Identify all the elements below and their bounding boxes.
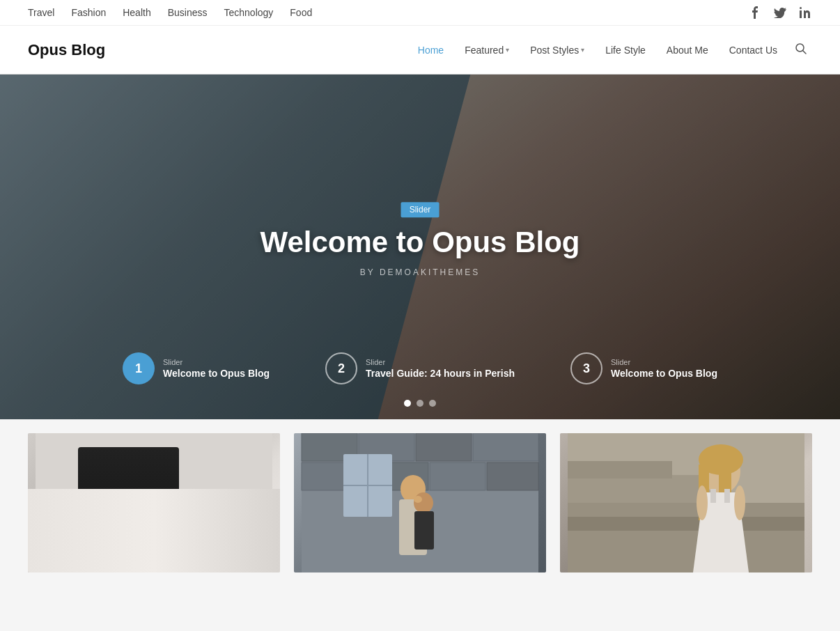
slide-thumb-2[interactable]: 2 Slider Travel Guide: 24 hours in Peris… [325, 352, 515, 384]
hero-title: Welcome to Opus Blog [260, 226, 580, 259]
card-1-image [28, 433, 280, 572]
post-styles-chevron: ▾ [581, 46, 584, 54]
slide-number-2: 2 [325, 352, 357, 384]
featured-chevron: ▾ [506, 46, 509, 54]
svg-rect-20 [416, 433, 472, 461]
dot-1[interactable] [404, 400, 411, 407]
cards-section [0, 419, 840, 572]
slide-text-3: Slider Welcome to Opus Blog [611, 358, 717, 379]
svg-point-8 [111, 451, 141, 485]
svg-point-31 [414, 492, 433, 513]
card-3[interactable] [560, 433, 812, 572]
svg-point-45 [697, 485, 708, 520]
main-nav: Opus Blog Home Featured ▾ Post Styles ▾ … [0, 26, 840, 75]
svg-point-1 [800, 7, 802, 9]
svg-point-13 [215, 503, 232, 524]
nav-home[interactable]: Home [410, 39, 452, 61]
slide-thumb-3[interactable]: 3 Slider Welcome to Opus Blog [570, 352, 717, 384]
card-1[interactable] [28, 433, 280, 572]
svg-rect-43 [710, 489, 716, 503]
svg-rect-36 [568, 517, 804, 531]
slide-number-3: 3 [570, 352, 602, 384]
svg-point-12 [221, 496, 246, 524]
svg-point-33 [414, 496, 422, 503]
hero-slider: Slider Welcome to Opus Blog BY DEMOAKITH… [0, 75, 840, 419]
svg-rect-0 [800, 10, 802, 18]
nav-about[interactable]: About Me [658, 39, 717, 61]
slide-number-1: 1 [123, 352, 155, 384]
svg-line-3 [803, 50, 807, 54]
search-icon[interactable] [790, 38, 812, 63]
card-2-image [294, 433, 546, 572]
hero-badge: Slider [401, 202, 440, 217]
svg-rect-5 [36, 531, 272, 572]
svg-rect-10 [81, 503, 157, 527]
svg-rect-38 [568, 461, 672, 478]
slide-title-3: Welcome to Opus Blog [611, 368, 717, 379]
linkedin-icon[interactable] [798, 6, 812, 20]
dot-3[interactable] [429, 400, 436, 407]
svg-rect-21 [473, 433, 538, 461]
svg-rect-9 [77, 524, 161, 531]
dot-2[interactable] [417, 400, 423, 407]
topnav-technology[interactable]: Technology [224, 7, 273, 18]
top-nav: Travel Fashion Health Business Technolog… [28, 7, 312, 18]
topnav-health[interactable]: Health [123, 7, 150, 18]
nav-featured[interactable]: Featured ▾ [456, 39, 518, 61]
hero-subtitle: BY DEMOAKITHEMES [260, 267, 580, 277]
slide-text-1: Slider Welcome to Opus Blog [163, 358, 270, 379]
svg-rect-32 [414, 511, 434, 550]
slider-thumbs: 1 Slider Welcome to Opus Blog 2 Slider T… [0, 352, 840, 384]
svg-rect-37 [568, 475, 707, 503]
slider-dots [404, 400, 436, 407]
facebook-icon[interactable] [748, 6, 762, 20]
top-bar: Travel Fashion Health Business Technolog… [0, 0, 840, 26]
nav-links: Home Featured ▾ Post Styles ▾ Life Style… [410, 38, 812, 63]
topnav-food[interactable]: Food [290, 7, 312, 18]
svg-rect-11 [231, 517, 236, 545]
svg-rect-44 [724, 489, 730, 503]
svg-line-15 [168, 534, 196, 538]
twitter-icon[interactable] [773, 6, 787, 20]
hero-content: Slider Welcome to Opus Blog BY DEMOAKITH… [260, 202, 580, 277]
slide-cat-1: Slider [163, 358, 270, 366]
svg-rect-24 [430, 462, 485, 490]
svg-rect-6 [91, 475, 161, 572]
card-3-image [560, 433, 812, 572]
topnav-business[interactable]: Business [168, 7, 208, 18]
slide-title-2: Travel Guide: 24 hours in Perish [366, 368, 515, 379]
social-icons [748, 6, 812, 20]
slide-text-2: Slider Travel Guide: 24 hours in Perish [366, 358, 515, 379]
svg-rect-25 [487, 462, 538, 490]
svg-point-46 [734, 485, 745, 520]
topnav-travel[interactable]: Travel [28, 7, 54, 18]
svg-rect-4 [36, 433, 272, 572]
card-2[interactable] [294, 433, 546, 572]
slide-cat-2: Slider [366, 358, 515, 366]
nav-post-styles[interactable]: Post Styles ▾ [522, 39, 593, 61]
slide-thumb-1[interactable]: 1 Slider Welcome to Opus Blog [123, 352, 270, 384]
nav-lifestyle[interactable]: Life Style [597, 39, 654, 61]
svg-point-14 [235, 501, 251, 521]
logo[interactable]: Opus Blog [28, 41, 105, 59]
svg-rect-35 [568, 503, 804, 572]
slide-cat-3: Slider [611, 358, 717, 366]
topnav-fashion[interactable]: Fashion [71, 7, 106, 18]
nav-contact[interactable]: Contact Us [721, 39, 786, 61]
svg-rect-7 [105, 482, 147, 552]
slide-title-1: Welcome to Opus Blog [163, 368, 270, 379]
